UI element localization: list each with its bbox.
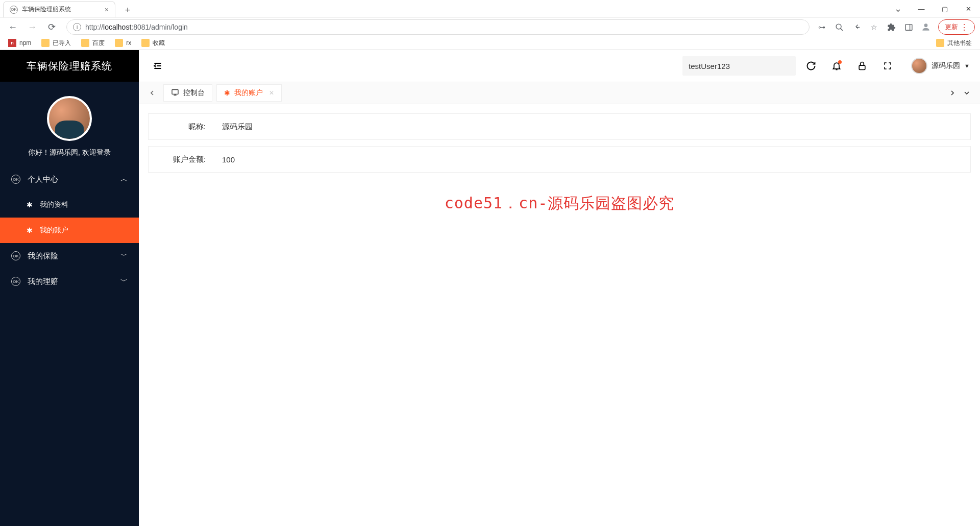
sub-my-profile[interactable]: ✱ 我的资料 bbox=[0, 192, 139, 218]
menu-fold-icon bbox=[153, 61, 163, 71]
star-icon: ✱ bbox=[27, 226, 33, 234]
password-key-icon[interactable]: ⊶ bbox=[817, 23, 827, 31]
site-info-icon[interactable]: i bbox=[73, 23, 81, 31]
tabs-dropdown[interactable] bbox=[960, 86, 974, 100]
browser-tab[interactable]: OK 车辆保险理赔系统 × bbox=[3, 1, 115, 17]
content-area: 昵称: 源码乐园 账户金额: 100 code51．cn-源码乐园盗图必究 bbox=[139, 104, 980, 526]
notifications-button[interactable] bbox=[826, 56, 847, 76]
sub-label: 我的账户 bbox=[40, 226, 68, 235]
nav-my-insurance[interactable]: OK 我的保险 ﹀ bbox=[0, 243, 139, 269]
nav-label: 个人中心 bbox=[28, 175, 58, 184]
fullscreen-button[interactable] bbox=[877, 56, 898, 76]
npm-icon: n bbox=[8, 39, 16, 47]
share-icon[interactable] bbox=[851, 23, 862, 32]
url-port: :8081 bbox=[131, 23, 149, 31]
chevron-down-icon: ﹀ bbox=[120, 251, 128, 260]
nav-label: 我的保险 bbox=[28, 251, 58, 261]
kebab-icon: ⋮ bbox=[960, 22, 968, 32]
svg-point-0 bbox=[836, 24, 841, 29]
console-icon bbox=[171, 88, 179, 98]
folder-icon bbox=[141, 39, 150, 47]
chevron-up-icon: ︿ bbox=[120, 175, 128, 184]
tab-my-account[interactable]: ✱ 我的账户 ✕ bbox=[216, 84, 282, 102]
bookmark-baidu[interactable]: 百度 bbox=[81, 39, 105, 47]
chevron-right-icon bbox=[948, 89, 957, 97]
tabs-scroll-right[interactable] bbox=[945, 86, 960, 100]
window-controls: ⌄ — ▢ ✕ bbox=[886, 0, 980, 17]
mini-avatar bbox=[911, 58, 927, 74]
bookmark-fav[interactable]: 收藏 bbox=[141, 39, 165, 47]
new-tab-button[interactable]: + bbox=[120, 3, 135, 17]
zoom-icon[interactable] bbox=[834, 23, 844, 32]
lock-button[interactable] bbox=[852, 56, 872, 76]
other-bookmarks[interactable]: 其他书签 bbox=[936, 39, 972, 47]
nav-personal-center[interactable]: OK 个人中心 ︿ bbox=[0, 166, 139, 192]
tab-label: 我的账户 bbox=[234, 88, 263, 98]
svg-point-4 bbox=[924, 24, 928, 28]
maximize-button[interactable]: ▢ bbox=[933, 1, 957, 17]
star-icon[interactable]: ☆ bbox=[869, 23, 879, 31]
folder-icon bbox=[115, 39, 123, 47]
chevron-down-icon bbox=[963, 89, 971, 97]
forward-button[interactable]: → bbox=[24, 19, 40, 35]
favicon-icon: OK bbox=[10, 6, 18, 14]
avatar-block: 你好！源码乐园, 欢迎登录 bbox=[0, 82, 139, 166]
svg-rect-8 bbox=[859, 65, 865, 69]
tabs-dropdown-icon[interactable]: ⌄ bbox=[886, 1, 910, 17]
url-host: localhost bbox=[103, 23, 131, 31]
address-bar[interactable]: i http://localhost:8081/admin/login bbox=[66, 19, 810, 35]
reload-button[interactable]: ⟳ bbox=[44, 19, 59, 35]
tab-strip: OK 车辆保险理赔系统 × + ⌄ — ▢ ✕ bbox=[0, 0, 980, 17]
sidebar: 车辆保险理赔系统 你好！源码乐园, 欢迎登录 OK 个人中心 ︿ ✱ 我的资料 … bbox=[0, 50, 139, 526]
ok-icon: OK bbox=[11, 277, 20, 286]
close-icon[interactable]: × bbox=[105, 6, 109, 14]
balance-value: 100 bbox=[214, 155, 235, 164]
sub-my-account[interactable]: ✱ 我的账户 bbox=[0, 218, 139, 243]
star-icon: ✱ bbox=[27, 201, 33, 209]
bookmark-npm[interactable]: nnpm bbox=[8, 39, 31, 47]
brand-title: 车辆保险理赔系统 bbox=[0, 50, 139, 82]
tab-label: 控制台 bbox=[183, 88, 205, 98]
ok-icon: OK bbox=[11, 251, 20, 260]
fullscreen-icon bbox=[883, 61, 892, 70]
toolbar-right-icons: ⊶ ☆ 更新 ⋮ bbox=[817, 19, 975, 35]
tabs-scroll-left[interactable] bbox=[145, 86, 159, 100]
bookmark-rx[interactable]: rx bbox=[115, 39, 131, 47]
main-area: 源码乐园 ▼ 控制台 ✱ 我的账户 ✕ bbox=[139, 50, 980, 526]
search-input[interactable] bbox=[689, 62, 790, 70]
url-path: /admin/login bbox=[149, 23, 188, 31]
browser-chrome: OK 车辆保险理赔系统 × + ⌄ — ▢ ✕ ← → ⟳ i http://l… bbox=[0, 0, 980, 50]
svg-line-1 bbox=[840, 28, 842, 30]
nav-label: 我的理赔 bbox=[28, 277, 58, 286]
username-label: 源码乐园 bbox=[932, 61, 960, 70]
sub-label: 我的资料 bbox=[40, 200, 68, 209]
folder-icon bbox=[41, 39, 50, 47]
topbar: 源码乐园 ▼ bbox=[139, 50, 980, 82]
update-button[interactable]: 更新 ⋮ bbox=[938, 19, 975, 35]
back-button[interactable]: ← bbox=[5, 19, 20, 35]
refresh-icon bbox=[806, 61, 816, 71]
user-menu[interactable]: 源码乐园 ▼ bbox=[911, 58, 970, 74]
profile-icon[interactable] bbox=[921, 22, 931, 32]
tab-console[interactable]: 控制台 bbox=[163, 84, 212, 102]
minimize-button[interactable]: — bbox=[910, 1, 933, 17]
menu-toggle-button[interactable] bbox=[149, 57, 166, 75]
extensions-icon[interactable] bbox=[886, 23, 896, 32]
close-icon[interactable]: ✕ bbox=[269, 89, 274, 97]
chevron-left-icon bbox=[148, 89, 156, 97]
svg-rect-2 bbox=[905, 25, 912, 30]
nav-toolbar: ← → ⟳ i http://localhost:8081/admin/logi… bbox=[0, 17, 980, 36]
bookmark-bar: nnpm 已导入 百度 rx 收藏 其他书签 bbox=[0, 36, 980, 50]
tab-title: 车辆保险理赔系统 bbox=[22, 5, 101, 14]
bookmark-imported[interactable]: 已导入 bbox=[41, 39, 71, 47]
avatar bbox=[47, 96, 92, 141]
refresh-button[interactable] bbox=[801, 56, 821, 76]
nav-my-claims[interactable]: OK 我的理赔 ﹀ bbox=[0, 269, 139, 294]
close-window-button[interactable]: ✕ bbox=[957, 1, 980, 17]
nickname-label: 昵称: bbox=[149, 122, 214, 132]
search-input-wrap bbox=[682, 56, 796, 76]
row-balance: 账户金额: 100 bbox=[148, 146, 971, 173]
page-tabs-row: 控制台 ✱ 我的账户 ✕ bbox=[139, 82, 980, 104]
side-panel-icon[interactable] bbox=[903, 23, 914, 32]
svg-rect-9 bbox=[172, 89, 178, 94]
